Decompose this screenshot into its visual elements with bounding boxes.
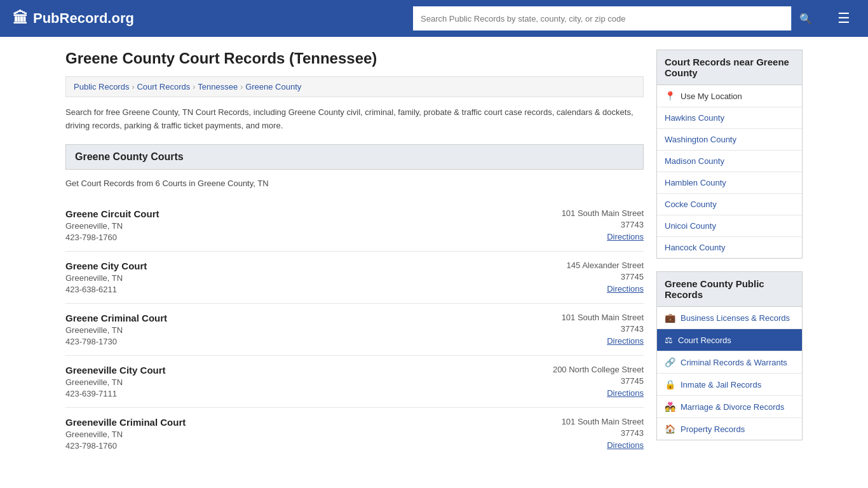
county-link[interactable]: Washington County — [665, 135, 736, 144]
court-city: Greeneville, TN — [65, 430, 186, 439]
court-name: Greene Criminal Court — [65, 313, 167, 323]
site-header: 🏛 PubRecord.org 🔍 ☰ — [0, 0, 868, 37]
location-icon: 📍 — [665, 91, 675, 101]
content-area: Greene County Court Records (Tennessee) … — [65, 50, 644, 459]
directions-link[interactable]: Directions — [607, 388, 644, 398]
public-records-item[interactable]: 🏠 Property Records — [657, 418, 802, 440]
court-zip: 37743 — [504, 428, 644, 438]
county-link[interactable]: Madison County — [665, 156, 724, 166]
court-address: 101 South Main Street — [504, 417, 644, 426]
court-city: Greeneville, TN — [65, 273, 147, 283]
court-phone: 423-639-7111 — [65, 389, 166, 398]
public-records-item[interactable]: ⚖ Court Records — [657, 329, 802, 351]
logo-icon: 🏛 — [13, 10, 28, 27]
public-records-list: 💼 Business Licenses & Records ⚖ Court Re… — [656, 307, 803, 440]
breadcrumb-sep-3: › — [240, 83, 243, 92]
court-city: Greeneville, TN — [65, 377, 166, 387]
county-link[interactable]: Hamblen County — [665, 178, 726, 187]
court-directions[interactable]: Directions — [504, 283, 644, 294]
court-entry: Greeneville Criminal Court Greeneville, … — [65, 408, 644, 459]
breadcrumb-tennessee[interactable]: Tennessee — [198, 82, 238, 92]
records-item-label: Property Records — [681, 424, 745, 434]
nearby-county-item[interactable]: Washington County — [657, 129, 802, 151]
search-button[interactable]: 🔍 — [791, 6, 820, 30]
court-zip: 37743 — [504, 324, 644, 334]
records-item-label: Inmate & Jail Records — [681, 380, 761, 390]
court-address: 101 South Main Street — [504, 313, 644, 322]
logo-text: PubRecord.org — [33, 10, 134, 27]
court-info-right: 101 South Main Street 37743 Directions — [504, 313, 644, 346]
court-name: Greene City Court — [65, 261, 147, 271]
county-link[interactable]: Unicoi County — [665, 221, 716, 231]
court-name: Greene Circuit Court — [65, 208, 159, 219]
breadcrumb-sep-1: › — [132, 83, 134, 92]
site-logo[interactable]: 🏛 PubRecord.org — [13, 10, 134, 27]
court-info-right: 200 North College Street 37745 Direction… — [504, 365, 644, 398]
public-records-item[interactable]: 💼 Business Licenses & Records — [657, 307, 802, 329]
page-description: Search for free Greene County, TN Court … — [65, 106, 644, 133]
records-icon: 🏠 — [665, 424, 675, 434]
county-link[interactable]: Hawkins County — [665, 113, 724, 123]
court-phone: 423-798-1760 — [65, 233, 159, 242]
directions-link[interactable]: Directions — [607, 284, 644, 294]
county-link[interactable]: Hancock County — [665, 243, 725, 252]
court-info-left: Greeneville Criminal Court Greeneville, … — [65, 417, 186, 451]
records-item-label: Criminal Records & Warrants — [681, 358, 787, 367]
court-city: Greeneville, TN — [65, 325, 167, 335]
menu-button[interactable]: ☰ — [832, 9, 855, 28]
court-info-left: Greene Criminal Court Greeneville, TN 42… — [65, 313, 167, 346]
public-records-item[interactable]: 🔒 Inmate & Jail Records — [657, 374, 802, 396]
directions-link[interactable]: Directions — [607, 440, 644, 450]
court-zip: 37745 — [504, 272, 644, 281]
nearby-county-item[interactable]: Cocke County — [657, 194, 802, 215]
hamburger-icon: ☰ — [837, 10, 850, 26]
records-item-label: Marriage & Divorce Records — [681, 402, 784, 412]
nearby-county-item[interactable]: Hawkins County — [657, 107, 802, 129]
court-entry: Greene Criminal Court Greeneville, TN 42… — [65, 304, 644, 356]
records-item-label: Court Records — [678, 336, 731, 345]
nearby-counties-list: Hawkins CountyWashington CountyMadison C… — [657, 107, 802, 258]
nearby-county-item[interactable]: Unicoi County — [657, 215, 802, 237]
court-name: Greeneville City Court — [65, 365, 166, 376]
records-icon: 🔒 — [665, 379, 675, 390]
court-phone: 423-798-1730 — [65, 337, 167, 346]
use-location-label: Use My Location — [681, 92, 742, 101]
court-phone: 423-638-6211 — [65, 285, 147, 294]
court-zip: 37745 — [504, 376, 644, 386]
search-input[interactable] — [413, 6, 791, 30]
records-icon: 🔗 — [665, 357, 675, 367]
nearby-county-item[interactable]: Hancock County — [657, 237, 802, 258]
breadcrumb: Public Records › Court Records › Tenness… — [65, 76, 644, 97]
use-location-item[interactable]: 📍 Use My Location — [657, 85, 802, 107]
court-info-right: 145 Alexander Street 37745 Directions — [504, 261, 644, 294]
court-info-left: Greene Circuit Court Greeneville, TN 423… — [65, 208, 159, 242]
records-icon: 💑 — [665, 402, 675, 412]
nearby-county-item[interactable]: Madison County — [657, 151, 802, 172]
county-link[interactable]: Cocke County — [665, 200, 717, 209]
search-bar: 🔍 — [413, 6, 820, 30]
court-info-left: Greene City Court Greeneville, TN 423-63… — [65, 261, 147, 294]
directions-link[interactable]: Directions — [607, 232, 644, 241]
search-icon: 🔍 — [799, 13, 812, 24]
court-directions[interactable]: Directions — [504, 336, 644, 346]
nearby-county-item[interactable]: Hamblen County — [657, 172, 802, 194]
courts-list: Greene Circuit Court Greeneville, TN 423… — [65, 200, 644, 459]
court-directions[interactable]: Directions — [504, 440, 644, 450]
courts-section-header: Greene County Courts — [65, 144, 644, 170]
records-icon: 💼 — [665, 313, 675, 323]
public-records-item[interactable]: 💑 Marriage & Divorce Records — [657, 396, 802, 418]
court-entry: Greene Circuit Court Greeneville, TN 423… — [65, 200, 644, 252]
breadcrumb-court-records[interactable]: Court Records — [137, 82, 190, 92]
court-address: 145 Alexander Street — [504, 261, 644, 270]
breadcrumb-sep-2: › — [193, 83, 195, 92]
court-directions[interactable]: Directions — [504, 231, 644, 241]
public-records-item[interactable]: 🔗 Criminal Records & Warrants — [657, 351, 802, 374]
breadcrumb-greene-county[interactable]: Greene County — [245, 82, 301, 92]
court-directions[interactable]: Directions — [504, 388, 644, 398]
court-address: 200 North College Street — [504, 365, 644, 374]
courts-count: Get Court Records from 6 Courts in Green… — [65, 179, 644, 188]
court-address: 101 South Main Street — [504, 208, 644, 218]
directions-link[interactable]: Directions — [607, 336, 644, 346]
court-phone: 423-798-1760 — [65, 441, 186, 451]
breadcrumb-public-records[interactable]: Public Records — [74, 82, 129, 92]
